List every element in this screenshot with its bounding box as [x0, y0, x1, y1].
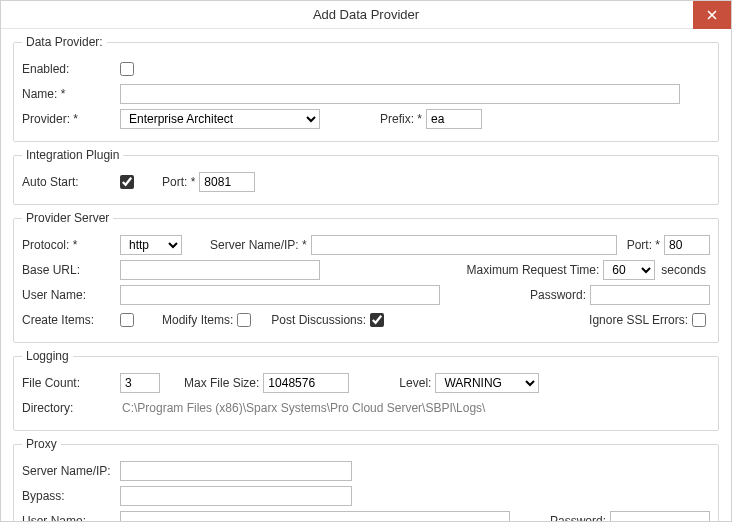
- protocol-select[interactable]: http: [120, 235, 182, 255]
- baseurl-label: Base URL:: [22, 263, 120, 277]
- proxy-username-label: User Name:: [22, 514, 120, 522]
- filecount-field[interactable]: [120, 373, 160, 393]
- window-title: Add Data Provider: [313, 7, 419, 22]
- baseurl-field[interactable]: [120, 260, 320, 280]
- modifyitems-checkbox[interactable]: [237, 313, 251, 327]
- enabled-checkbox[interactable]: [120, 62, 134, 76]
- group-proxy: Proxy Server Name/IP: Bypass: User Name:…: [13, 437, 719, 522]
- legend-logging: Logging: [22, 349, 73, 363]
- maxfilesize-field[interactable]: [263, 373, 349, 393]
- enabled-label: Enabled:: [22, 62, 120, 76]
- autostart-checkbox[interactable]: [120, 175, 134, 189]
- autostart-label: Auto Start:: [22, 175, 120, 189]
- legend-provider-server: Provider Server: [22, 211, 113, 225]
- postdiscussions-label: Post Discussions:: [271, 313, 366, 327]
- proxy-password-field[interactable]: [610, 511, 710, 522]
- ignoressl-label: Ignore SSL Errors:: [589, 313, 688, 327]
- provider-select[interactable]: Enterprise Architect: [120, 109, 320, 129]
- ignoressl-checkbox[interactable]: [692, 313, 706, 327]
- ps-password-label: Password:: [530, 288, 586, 302]
- proxy-bypass-field[interactable]: [120, 486, 352, 506]
- loglevel-label: Level:: [399, 376, 431, 390]
- name-field[interactable]: [120, 84, 680, 104]
- postdiscussions-checkbox[interactable]: [370, 313, 384, 327]
- close-icon: [707, 10, 717, 20]
- ps-servername-label: Server Name/IP: *: [210, 238, 307, 252]
- maxreqtime-select[interactable]: 60: [603, 260, 655, 280]
- ps-servername-field[interactable]: [311, 235, 617, 255]
- protocol-label: Protocol: *: [22, 238, 120, 252]
- proxy-username-field[interactable]: [120, 511, 510, 522]
- close-button[interactable]: [693, 1, 731, 29]
- title-bar: Add Data Provider: [1, 1, 731, 29]
- maxfilesize-label: Max File Size:: [184, 376, 259, 390]
- integration-port-field[interactable]: [199, 172, 255, 192]
- name-label: Name: *: [22, 87, 120, 101]
- loglevel-select[interactable]: WARNING: [435, 373, 539, 393]
- group-integration-plugin: Integration Plugin Auto Start: Port: *: [13, 148, 719, 205]
- filecount-label: File Count:: [22, 376, 120, 390]
- directory-value: C:\Program Files (x86)\Sparx Systems\Pro…: [120, 401, 485, 415]
- ps-port-field[interactable]: [664, 235, 710, 255]
- directory-label: Directory:: [22, 401, 120, 415]
- proxy-password-label: Password:: [550, 514, 606, 522]
- proxy-servername-field[interactable]: [120, 461, 352, 481]
- legend-data-provider: Data Provider:: [22, 35, 107, 49]
- group-provider-server: Provider Server Protocol: * http Server …: [13, 211, 719, 343]
- seconds-label: seconds: [661, 263, 706, 277]
- ps-password-field[interactable]: [590, 285, 710, 305]
- provider-label: Provider: *: [22, 112, 120, 126]
- createitems-checkbox[interactable]: [120, 313, 134, 327]
- ps-port-label: Port: *: [627, 238, 660, 252]
- proxy-bypass-label: Bypass:: [22, 489, 120, 503]
- legend-proxy: Proxy: [22, 437, 61, 451]
- maxreqtime-label: Maximum Request Time:: [467, 263, 600, 277]
- prefix-label: Prefix: *: [380, 112, 422, 126]
- prefix-field[interactable]: [426, 109, 482, 129]
- ps-username-field[interactable]: [120, 285, 440, 305]
- ps-username-label: User Name:: [22, 288, 120, 302]
- legend-integration: Integration Plugin: [22, 148, 123, 162]
- integration-port-label: Port: *: [162, 175, 195, 189]
- modifyitems-label: Modify Items:: [162, 313, 233, 327]
- createitems-label: Create Items:: [22, 313, 120, 327]
- group-logging: Logging File Count: Max File Size: Level…: [13, 349, 719, 431]
- group-data-provider: Data Provider: Enabled: Name: * Provider…: [13, 35, 719, 142]
- proxy-servername-label: Server Name/IP:: [22, 464, 120, 478]
